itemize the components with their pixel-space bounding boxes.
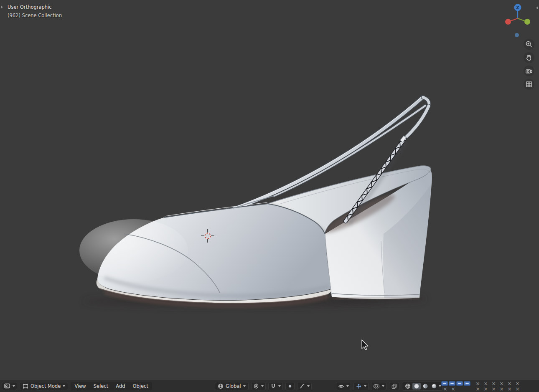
mode-label: Object Mode (31, 383, 61, 389)
close-button[interactable]: × (514, 381, 521, 386)
gizmo-axis-icon (356, 383, 362, 389)
proportional-dot-icon (287, 384, 292, 389)
overlays-toggle[interactable] (371, 382, 386, 390)
snap-controls[interactable] (268, 382, 283, 390)
close-button[interactable]: × (474, 381, 482, 386)
shading-rendered-button[interactable] (430, 383, 438, 389)
pivot-point-dropdown[interactable] (251, 382, 266, 390)
mouse-cursor (362, 340, 368, 350)
menu-object[interactable]: Object (129, 382, 152, 390)
pan-button[interactable] (524, 52, 534, 63)
shading-mode-group (402, 382, 443, 391)
menu-select[interactable]: Select (90, 382, 112, 390)
shading-material-button[interactable] (421, 383, 430, 389)
shoe-body (79, 196, 331, 300)
header-left-group: Object Mode View Select Add Object (2, 382, 152, 390)
pan-hand-icon (525, 54, 533, 61)
rendered-sphere-icon (431, 383, 437, 389)
addon-quick-panel: × × × × × × × × × × × × × × (441, 381, 531, 392)
viewport-menubar: View Select Add Object (71, 382, 152, 390)
shading-solid-button[interactable] (412, 383, 421, 389)
editor-type-button[interactable] (2, 382, 17, 390)
header-right-group (336, 382, 443, 391)
menu-view[interactable]: View (71, 382, 89, 390)
active-collection-overlay: (962) Scene Collection (8, 13, 62, 18)
close-button[interactable]: × (441, 387, 449, 392)
3d-viewport-canvas[interactable] (0, 0, 539, 392)
addon-row-bottom: × × × × × × × × (441, 386, 531, 392)
transform-orientation-dropdown[interactable]: Global (215, 382, 249, 390)
close-button[interactable]: × (498, 381, 506, 386)
chevron-down-icon (261, 385, 264, 387)
addon-row-top: × × × × × × (441, 381, 531, 386)
shading-wireframe-button[interactable] (404, 383, 412, 389)
orientation-globe-icon (218, 383, 224, 389)
view-name-overlay: User Orthographic (8, 4, 52, 10)
chevron-down-icon (63, 385, 65, 387)
xray-icon (391, 383, 397, 389)
chevron-down-icon (278, 385, 281, 387)
viewport-nav-controls (524, 39, 534, 90)
object-visibility-dropdown[interactable] (336, 382, 351, 390)
zoom-icon (525, 40, 533, 48)
material-sphere-icon (422, 383, 428, 389)
expand-toolbar-icon[interactable] (1, 5, 3, 9)
solid-sphere-icon (414, 383, 420, 389)
falloff-curve-icon (299, 383, 305, 389)
toggle-view-button[interactable] (524, 79, 534, 90)
chevron-down-icon (243, 385, 246, 387)
close-button[interactable]: × (498, 387, 506, 392)
proportional-falloff-dropdown[interactable] (297, 382, 312, 390)
object-mode-icon (23, 383, 28, 389)
camera-view-button[interactable] (524, 66, 534, 76)
shoe-model[interactable] (79, 96, 432, 307)
camera-icon (525, 67, 533, 75)
menu-add[interactable]: Add (112, 382, 129, 390)
orientation-label: Global (226, 383, 241, 389)
expand-sidebar-icon[interactable] (536, 6, 538, 10)
close-button[interactable]: × (449, 387, 457, 392)
pivot-point-icon (253, 383, 259, 389)
addon-action-button[interactable] (449, 381, 455, 386)
close-button[interactable]: × (482, 381, 490, 386)
xray-toggle[interactable] (389, 382, 399, 390)
header-center-group: Global (215, 382, 312, 390)
close-button[interactable]: × (514, 387, 521, 392)
proportional-editing-toggle[interactable] (285, 382, 295, 390)
close-button[interactable]: × (482, 387, 490, 392)
addon-action-button[interactable] (456, 381, 463, 386)
magnet-icon (270, 383, 276, 389)
zoom-button[interactable] (524, 39, 534, 50)
chevron-down-icon (13, 385, 15, 387)
viewport-header-bar: Object Mode View Select Add Object Globa… (0, 380, 539, 392)
close-button[interactable]: × (490, 387, 498, 392)
grid-icon (525, 81, 533, 88)
chevron-down-icon (382, 385, 384, 387)
navigation-gizmo[interactable]: Z (502, 3, 533, 39)
close-button[interactable]: × (506, 381, 514, 386)
close-button[interactable]: × (474, 387, 482, 392)
wireframe-sphere-icon (405, 383, 411, 389)
addon-action-button[interactable] (464, 381, 470, 386)
chevron-down-icon (307, 385, 310, 387)
axis-y-handle[interactable] (524, 19, 530, 25)
gizmos-toggle[interactable] (353, 382, 369, 390)
addon-action-button[interactable] (441, 381, 448, 386)
editor-type-icon (4, 383, 10, 389)
blender-window: { "viewport": { "view_label": "User Orth… (0, 0, 539, 392)
axis-x-handle[interactable] (505, 19, 511, 25)
chevron-down-icon (346, 385, 349, 387)
overlays-icon (373, 383, 380, 389)
axis-neg-z-handle[interactable] (515, 33, 519, 37)
visibility-eye-icon (338, 383, 344, 389)
close-button[interactable]: × (490, 381, 498, 386)
close-button[interactable]: × (506, 387, 514, 392)
mode-selector[interactable]: Object Mode (20, 382, 68, 390)
chevron-down-icon (364, 385, 366, 387)
axis-z-label: Z (516, 5, 519, 10)
